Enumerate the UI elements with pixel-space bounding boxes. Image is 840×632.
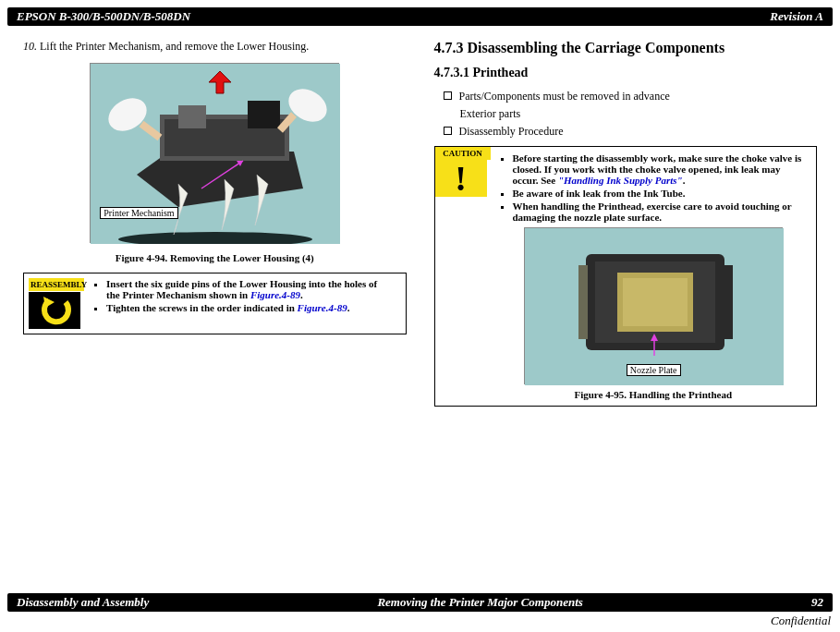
check-procedure: Disassembly Procedure — [434, 125, 818, 139]
caution-bullet-2: Be aware of ink leak from the Ink Tube. — [513, 188, 810, 199]
reassembly-bullet-2: Tighten the screws in the order indicate… — [106, 302, 394, 313]
printhead-icon — [525, 228, 784, 385]
svg-rect-18 — [623, 278, 688, 326]
figure-94-label: Printer Mechanism — [100, 207, 177, 219]
reassembly-box: REASSEMBLY Insert the six guide pins of … — [23, 273, 407, 334]
section-4-7-3-1: 4.7.3.1 Printhead — [434, 66, 818, 80]
checkbox-icon — [444, 127, 452, 135]
right-column: 4.7.3 Disassembling the Carriage Compone… — [434, 40, 818, 407]
footer-bar: Disassembly and Assembly Removing the Pr… — [7, 593, 833, 612]
reassembly-badge: REASSEMBLY — [29, 278, 84, 329]
figure-link-2[interactable]: Figure.4-89 — [298, 302, 347, 313]
svg-marker-11 — [43, 297, 55, 308]
svg-rect-14 — [578, 265, 588, 339]
figure-link-1[interactable]: Figure.4-89 — [250, 289, 300, 300]
step-10: 10. Lift the Printer Mechanism, and remo… — [23, 40, 407, 54]
figure-94: Printer Mechanism Figure 4-94. Removing … — [23, 63, 407, 263]
step-number: 10. — [23, 40, 37, 53]
footer-left: Disassembly and Assembly — [17, 595, 149, 610]
sub-exterior: Exterior parts — [434, 107, 818, 121]
reassembly-content: Insert the six guide pins of the Lower H… — [84, 278, 401, 315]
caution-box: CAUTION ! Before starting the disassembl… — [434, 146, 818, 407]
figure-95-image: Nozzle Plate — [524, 227, 783, 384]
svg-rect-5 — [248, 101, 280, 128]
figure-95-label: Nozzle Plate — [627, 364, 681, 376]
svg-rect-15 — [724, 265, 733, 339]
caution-bullet-1: Before starting the disassembly work, ma… — [513, 152, 810, 186]
caution-bullet-3: When handling the Printhead, exercise ca… — [513, 201, 810, 223]
header-right: Revision A — [770, 9, 823, 24]
reassembly-arrow-icon — [29, 292, 80, 329]
page-content: 10. Lift the Printer Mechanism, and remo… — [0, 26, 840, 407]
reassembly-bullet-1: Insert the six guide pins of the Lower H… — [106, 278, 394, 300]
checkbox-icon — [444, 91, 452, 100]
caution-content: Before starting the disassembly work, ma… — [491, 147, 817, 406]
footer-center: Removing the Printer Major Components — [377, 595, 582, 610]
reassembly-title: REASSEMBLY — [29, 278, 84, 291]
figure-94-image: Printer Mechanism — [90, 63, 339, 243]
caution-badge: CAUTION ! — [435, 147, 491, 197]
step-text: Lift the Printer Mechanism, and remove t… — [40, 40, 309, 53]
handling-link[interactable]: "Handling Ink Supply Parts" — [558, 175, 683, 186]
header-bar: EPSON B-300/B-500DN/B-508DN Revision A — [7, 7, 833, 26]
confidential-label: Confidential — [771, 614, 831, 628]
figure-94-caption: Figure 4-94. Removing the Lower Housing … — [23, 252, 407, 263]
header-left: EPSON B-300/B-500DN/B-508DN — [17, 9, 190, 24]
caution-exclaim-icon: ! — [435, 160, 487, 197]
figure-95-caption: Figure 4-95. Handling the Printhead — [498, 389, 810, 400]
section-4-7-3: 4.7.3 Disassembling the Carriage Compone… — [434, 40, 818, 56]
footer-right: 92 — [811, 595, 823, 610]
left-column: 10. Lift the Printer Mechanism, and remo… — [23, 40, 407, 407]
check-parts: Parts/Components must be removed in adva… — [434, 90, 818, 103]
svg-rect-4 — [178, 105, 206, 128]
